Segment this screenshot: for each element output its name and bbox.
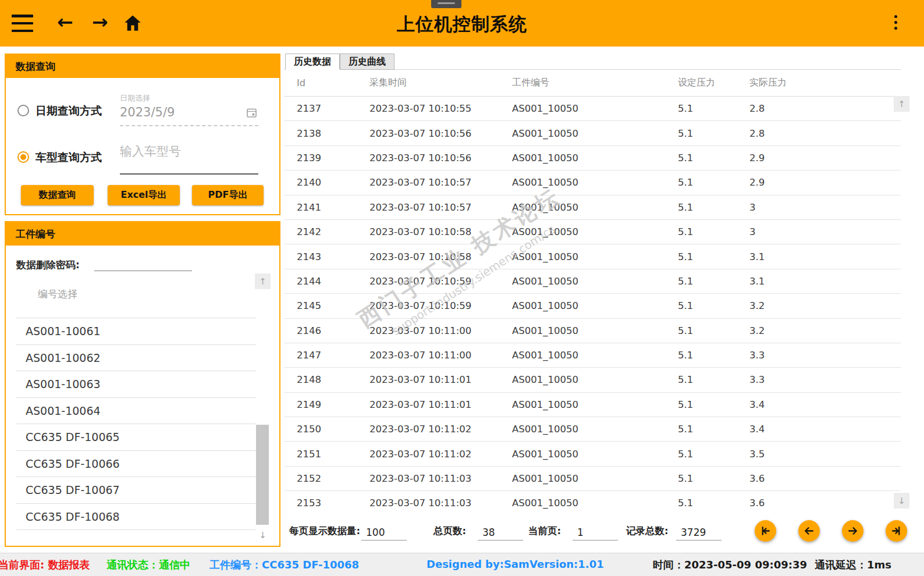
table-cell: 3.1: [749, 276, 901, 287]
list-item[interactable]: AS001-10061: [16, 318, 256, 345]
table-cell: 2023-03-07 10:11:01: [369, 374, 512, 385]
table-cell: 2141: [297, 202, 369, 213]
query-button[interactable]: 数据查询: [21, 185, 94, 205]
current-page-input[interactable]: [573, 522, 618, 541]
table-cell: AS001_10050: [512, 251, 678, 262]
last-page-button[interactable]: [886, 520, 907, 542]
model-query-radio[interactable]: [17, 151, 29, 163]
table-cell: 2023-03-07 10:11:00: [369, 350, 512, 361]
table-cell: 2.8: [749, 103, 901, 114]
table-cell: 2023-03-07 10:11:02: [369, 449, 512, 460]
table-row[interactable]: 21512023-03-07 10:11:02AS001_100505.13.5: [284, 442, 901, 466]
prev-page-button[interactable]: [798, 520, 820, 542]
table-cell: 2.9: [749, 152, 901, 163]
list-item[interactable]: AS001-10064: [16, 398, 256, 425]
table-cell: AS001_10050: [512, 103, 678, 114]
comm-status: 通讯状态：通信中: [106, 558, 190, 572]
table-row[interactable]: 21392023-03-07 10:10:56AS001_100505.12.9: [284, 146, 901, 170]
delete-password-input[interactable]: [94, 256, 192, 271]
designer-credit: Designed by:Sam: [427, 558, 529, 570]
date-picker-field[interactable]: 日期选择 2023/5/9: [120, 93, 258, 126]
per-page-input[interactable]: [361, 522, 407, 541]
list-item[interactable]: AS001-10062: [16, 345, 256, 372]
table-cell: AS001_10050: [512, 177, 678, 188]
workpiece-panel-title: 工件编号: [6, 222, 279, 246]
table-cell: 2140: [297, 177, 369, 188]
list-item[interactable]: CC635 DF-10067: [16, 477, 256, 504]
table-cell: 3.4: [749, 424, 901, 435]
table-cell: 2150: [297, 424, 369, 435]
list-scrollbar-thumb[interactable]: [256, 425, 269, 525]
table-cell: AS001_10050: [512, 424, 678, 435]
table-cell: 5.1: [678, 276, 749, 287]
list-scroll-up-icon[interactable]: ↑: [255, 273, 271, 289]
time-status: 时间：2023-05-09 09:09:39: [653, 558, 807, 572]
window-drag-handle[interactable]: [431, 0, 461, 8]
table-cell: 2144: [297, 276, 369, 287]
table-scroll-down-icon[interactable]: ↓: [894, 493, 909, 509]
table-row[interactable]: 21462023-03-07 10:11:00AS001_100505.13.2: [284, 319, 901, 343]
workpiece-panel: 工件编号 数据删除密码: ↑ 编号选择 AS001-10061AS001-100…: [5, 221, 280, 547]
table-cell: 2.8: [749, 128, 901, 139]
table-row[interactable]: 21402023-03-07 10:10:57AS001_100505.12.9: [284, 170, 901, 195]
total-records-input[interactable]: [676, 522, 722, 541]
first-page-button[interactable]: [755, 520, 776, 542]
table-cell: AS001_10050: [512, 473, 678, 484]
table-row[interactable]: 21482023-03-07 10:11:01AS001_100505.13.3: [284, 368, 901, 392]
col-header-id: Id: [297, 77, 369, 88]
tab-history-data[interactable]: 历史数据: [285, 54, 340, 70]
list-item[interactable]: CC635 DF-10066: [16, 451, 256, 478]
table-cell: AS001_10050: [512, 226, 678, 237]
list-item[interactable]: CC635 DF-10068: [16, 504, 256, 531]
table-row[interactable]: 21372023-03-07 10:10:55AS001_100505.12.8: [284, 97, 901, 121]
table-row[interactable]: 21532023-03-07 10:11:03AS001_100505.13.6: [284, 491, 901, 514]
table-cell: AS001_10050: [512, 497, 678, 509]
next-page-button[interactable]: [842, 520, 863, 542]
list-scroll-down-icon[interactable]: ↓: [255, 527, 271, 543]
table-cell: 5.1: [678, 399, 749, 410]
date-field-value[interactable]: 2023/5/9: [120, 105, 258, 119]
table-row[interactable]: 21502023-03-07 10:11:02AS001_100505.13.4: [284, 417, 901, 442]
table-cell: 5.1: [678, 177, 749, 188]
table-row[interactable]: 21422023-03-07 10:10:58AS001_100505.13: [284, 220, 901, 244]
table-cell: 2023-03-07 10:11:01: [369, 399, 512, 410]
pdf-export-button[interactable]: PDF导出: [192, 185, 264, 205]
table-cell: 3.3: [749, 350, 901, 361]
list-item[interactable]: AS001-10063: [16, 371, 256, 398]
table-cell: 2139: [297, 152, 369, 163]
list-item[interactable]: CC635 DF-10065: [16, 424, 256, 451]
table-row[interactable]: 21492023-03-07 10:11:01AS001_100505.13.4: [284, 393, 901, 417]
table-cell: 5.1: [678, 473, 749, 484]
table-row[interactable]: 21452023-03-07 10:10:59AS001_100505.13.2: [284, 294, 901, 318]
table-scroll-up-icon[interactable]: ↑: [894, 96, 909, 112]
date-query-radio[interactable]: [17, 105, 29, 116]
table-row[interactable]: 21522023-03-07 10:11:03AS001_100505.13.6: [284, 467, 901, 491]
more-menu-icon[interactable]: [894, 15, 897, 30]
table-cell: 5.1: [678, 449, 749, 460]
total-pages-input[interactable]: [478, 522, 523, 541]
table-row[interactable]: 21432023-03-07 10:10:58AS001_100505.13.1: [284, 244, 901, 269]
date-field-label: 日期选择: [120, 93, 258, 104]
main-area: 历史数据 历史曲线 Id 采集时间 工件编号 设定压力 实际压力 2137202…: [284, 49, 924, 553]
table-cell: 5.1: [678, 202, 749, 213]
table-cell: 2023-03-07 10:10:57: [369, 177, 512, 188]
table-cell: AS001_10050: [512, 374, 678, 385]
query-panel-title: 数据查询: [6, 55, 279, 78]
table-row[interactable]: 21382023-03-07 10:10:56AS001_100505.12.8: [284, 121, 901, 145]
query-panel: 数据查询 日期查询方式 日期选择 2023/5/9 车型查询方式 输入车型号 数…: [5, 54, 280, 215]
per-page-label: 每页显示数据量:: [289, 525, 360, 538]
delete-password-label: 数据删除密码:: [16, 258, 80, 272]
excel-export-button[interactable]: Excel导出: [108, 185, 180, 205]
table-cell: 2023-03-07 10:10:59: [369, 276, 512, 287]
model-input-field[interactable]: 输入车型号: [120, 143, 258, 175]
table-row[interactable]: 21442023-03-07 10:10:59AS001_100505.13.1: [284, 269, 901, 294]
table-cell: 2023-03-07 10:10:57: [369, 202, 512, 213]
tab-history-curve[interactable]: 历史曲线: [340, 54, 395, 70]
table-cell: 2023-03-07 10:10:59: [369, 300, 512, 311]
table-row[interactable]: 21412023-03-07 10:10:57AS001_100505.13: [284, 195, 901, 220]
page-title: 上位机控制系统: [0, 12, 924, 37]
table-row[interactable]: 21472023-03-07 10:11:00AS001_100505.13.3: [284, 343, 901, 368]
app-header: ← → 上位机控制系统: [0, 0, 924, 47]
table-cell: 2143: [297, 251, 369, 262]
calendar-icon[interactable]: [246, 107, 257, 120]
